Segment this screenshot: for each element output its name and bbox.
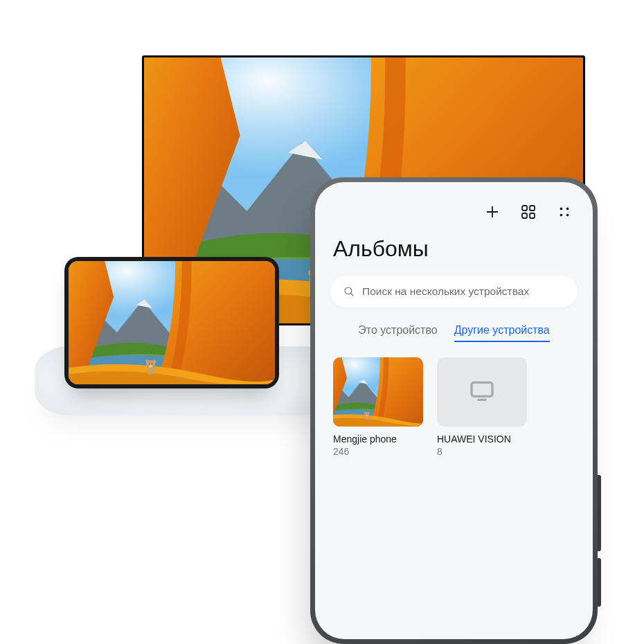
page-title: Альбомы	[330, 236, 578, 262]
svg-rect-13	[530, 213, 535, 218]
phone-screen: Альбомы Это устройство Другие устройства…	[315, 182, 593, 639]
tablet-device	[64, 257, 279, 388]
search-icon	[343, 285, 355, 298]
search-bar[interactable]	[330, 276, 578, 307]
device-card-phone[interactable]: Mengjie phone 246	[333, 357, 423, 457]
device-thumbnail	[333, 357, 423, 427]
device-name: Mengjie phone	[333, 433, 423, 445]
svg-point-16	[560, 214, 563, 217]
svg-point-18	[345, 287, 352, 294]
svg-point-14	[560, 208, 563, 211]
svg-rect-12	[522, 213, 527, 218]
tabs: Это устройство Другие устройства	[330, 324, 578, 342]
tablet-screen	[69, 261, 275, 384]
device-count: 246	[333, 446, 423, 457]
svg-point-17	[566, 214, 569, 217]
search-input[interactable]	[362, 285, 565, 298]
phone-side-button	[598, 558, 601, 607]
tab-other-devices[interactable]: Другие устройства	[454, 324, 550, 342]
device-grid: Mengjie phone 246 HUAWEI VISION 8	[330, 357, 578, 457]
grid-icon[interactable]	[519, 203, 537, 221]
tab-this-device[interactable]: Это устройство	[358, 324, 437, 342]
device-count: 8	[437, 446, 527, 457]
device-name: HUAWEI VISION	[437, 433, 527, 445]
plus-icon[interactable]	[483, 203, 501, 221]
toolbar	[330, 203, 578, 221]
svg-rect-11	[530, 206, 535, 211]
phone-side-button	[598, 475, 601, 551]
phone-device: Альбомы Это устройство Другие устройства…	[310, 177, 598, 644]
device-thumbnail	[437, 357, 527, 427]
svg-rect-10	[522, 206, 527, 211]
more-dots-icon[interactable]	[555, 203, 573, 221]
tv-icon	[468, 377, 496, 407]
svg-rect-19	[472, 382, 492, 396]
device-card-tv[interactable]: HUAWEI VISION 8	[437, 357, 527, 457]
svg-point-15	[566, 208, 569, 211]
